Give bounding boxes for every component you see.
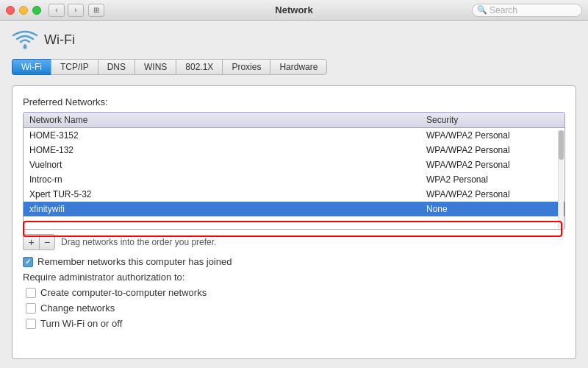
computer-to-computer-checkbox[interactable] [26, 288, 36, 298]
tab-8021x[interactable]: 802.1X [176, 59, 222, 75]
table-row[interactable]: Xpert TUR-5-32 WPA/WPA2 Personal [24, 187, 564, 202]
tab-tcpip[interactable]: TCP/IP [51, 59, 98, 75]
wifi-icon [12, 29, 38, 50]
tab-proxies[interactable]: Proxies [222, 59, 270, 75]
drag-hint: Drag networks into the order you prefer. [61, 237, 216, 247]
turn-wifi-row[interactable]: Turn Wi-Fi on or off [26, 318, 565, 329]
computer-to-computer-row[interactable]: Create computer-to-computer networks [26, 287, 565, 298]
remember-networks-row[interactable]: ✓ Remember networks this computer has jo… [23, 256, 565, 267]
grid-button[interactable]: ⊞ [88, 4, 104, 17]
network-security: WPA2 Personal [426, 174, 559, 185]
remember-networks-checkbox[interactable]: ✓ [23, 257, 33, 267]
network-name: HOME-132 [29, 145, 426, 155]
checkmark-icon: ✓ [25, 258, 31, 266]
table-row-selected[interactable]: xfinitywifi None [24, 202, 564, 216]
change-networks-label: Change networks [40, 302, 115, 314]
table-row[interactable]: Introc-rn WPA2 Personal [24, 172, 564, 187]
preferred-networks-label: Preferred Networks: [23, 96, 565, 107]
network-name: Introc-rn [29, 174, 426, 185]
network-security: WPA/WPA2 Personal [426, 145, 559, 155]
tab-wins[interactable]: WINS [135, 59, 176, 75]
table-row[interactable]: Vuelnort WPA/WPA2 Personal [24, 158, 564, 172]
turn-wifi-label: Turn Wi-Fi on or off [40, 318, 122, 329]
titlebar: ‹ › ⊞ Network 🔍 Search [0, 0, 588, 21]
search-box[interactable]: 🔍 Search [472, 4, 582, 17]
change-networks-row[interactable]: Change networks [26, 302, 565, 314]
window-title: Network [275, 4, 312, 15]
network-security: None [426, 204, 559, 214]
table-row[interactable]: HOME-3152 WPA/WPA2 Personal [24, 128, 564, 143]
table-body[interactable]: HOME-3152 WPA/WPA2 Personal HOME-132 WPA… [24, 128, 564, 224]
main-content: Wi-Fi Wi-Fi TCP/IP DNS WINS 802.1X Proxi… [0, 21, 588, 368]
search-icon: 🔍 [477, 5, 487, 15]
tab-wifi[interactable]: Wi-Fi [12, 59, 51, 75]
tab-hardware[interactable]: Hardware [270, 59, 327, 75]
change-networks-checkbox[interactable] [26, 303, 36, 314]
network-name: Vuelnort [29, 160, 426, 170]
wifi-header: Wi-Fi [12, 29, 576, 50]
require-label: Require administrator authorization to: [23, 272, 565, 283]
back-button[interactable]: ‹ [49, 4, 65, 17]
minimize-button[interactable] [19, 6, 28, 15]
remember-networks-label: Remember networks this computer has join… [37, 256, 232, 267]
scrollbar-thumb [559, 130, 564, 160]
network-security: WPA/WPA2 Personal [426, 189, 559, 199]
network-security: WPA/WPA2 Personal [426, 130, 559, 141]
network-panel: Preferred Networks: Network Name Securit… [12, 85, 576, 359]
remove-network-button[interactable]: − [39, 234, 55, 250]
add-network-button[interactable]: + [23, 234, 39, 250]
traffic-lights [6, 6, 41, 15]
controls-row: + − Drag networks into the order you pre… [23, 234, 565, 250]
search-placeholder: Search [490, 5, 517, 15]
network-security: WPA/WPA2 Personal [426, 160, 559, 170]
nav-buttons: ‹ › [49, 4, 84, 17]
sub-options: Create computer-to-computer networks Cha… [26, 287, 565, 329]
scrollbar[interactable] [558, 130, 564, 228]
table-header: Network Name Security [24, 113, 564, 128]
svg-point-0 [24, 46, 27, 49]
network-name: Xpert TUR-5-32 [29, 189, 426, 199]
network-name: HOME-3152 [29, 130, 426, 141]
maximize-button[interactable] [32, 6, 41, 15]
network-table[interactable]: Network Name Security HOME-3152 WPA/WPA2… [23, 112, 565, 230]
tabs: Wi-Fi TCP/IP DNS WINS 802.1X Proxies Har… [12, 59, 576, 75]
forward-button[interactable]: › [68, 4, 84, 17]
col-security-header: Security [426, 115, 559, 125]
col-name-header: Network Name [29, 115, 426, 125]
table-row[interactable]: HOME-132 WPA/WPA2 Personal [24, 143, 564, 158]
network-name: xfinitywifi [29, 204, 426, 214]
wifi-title: Wi-Fi [44, 32, 75, 48]
tab-dns[interactable]: DNS [98, 59, 135, 75]
turn-wifi-checkbox[interactable] [26, 319, 36, 329]
computer-to-computer-label: Create computer-to-computer networks [40, 287, 207, 298]
close-button[interactable] [6, 6, 15, 15]
